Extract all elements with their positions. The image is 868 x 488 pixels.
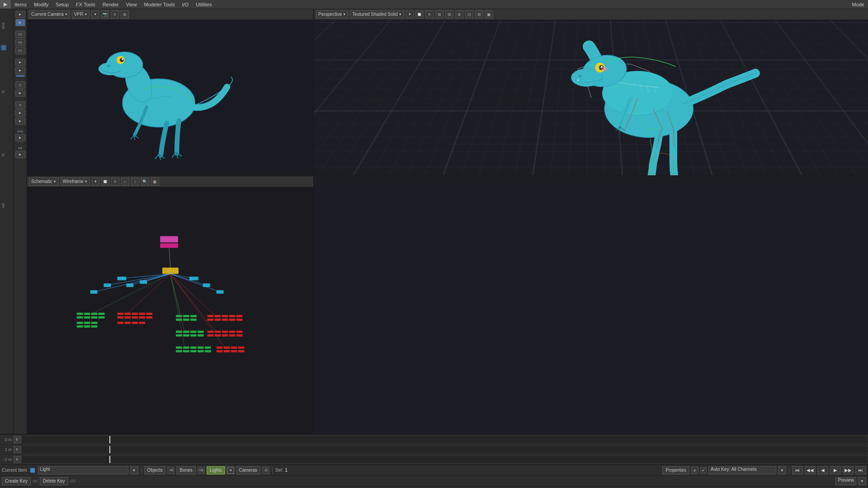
far-left-panel: ons ce N N ed	[0, 9, 14, 434]
menu-fx-tools[interactable]: FX Tools	[72, 0, 99, 9]
schematic-wireframe-dropdown[interactable]: Wireframe ▼	[61, 178, 90, 186]
sep-2	[272, 467, 273, 474]
schematic-content[interactable]	[27, 187, 313, 434]
menu-modeler-tools[interactable]: Modeler Tools	[140, 0, 178, 9]
preview-select[interactable]: Preview	[835, 477, 856, 485]
auto-key-arrow[interactable]: ▼	[778, 466, 786, 474]
objects-num-btn[interactable]: +0	[167, 467, 175, 474]
timeline-track-1[interactable]	[22, 436, 868, 444]
menu-items[interactable]: Items	[11, 0, 30, 9]
left-btn-8[interactable]: ▶	[15, 134, 25, 141]
auto-key-dropdown[interactable]: Auto Key: All Channels	[708, 466, 776, 474]
camera-icon-1[interactable]: 📷	[101, 10, 109, 19]
left-btn-7[interactable]: ▶	[15, 117, 25, 125]
schematic-icon-1[interactable]: 🔲	[101, 178, 109, 186]
left-btn-f6[interactable]: F6	[15, 39, 25, 46]
persp-icon-5[interactable]: ⊕	[455, 10, 463, 19]
camera-icon-2[interactable]: ≡	[111, 10, 119, 19]
left-btn-4[interactable]: ▶	[15, 67, 25, 74]
left-btn-n[interactable]: N	[15, 101, 25, 108]
left-btn-1[interactable]: ▶	[15, 11, 25, 18]
menu-render[interactable]: Render	[99, 0, 123, 9]
bones-btn[interactable]: Bones	[176, 466, 195, 474]
menu-setup[interactable]: Setup	[52, 0, 72, 9]
current-item-dropdown[interactable]: Light	[38, 466, 128, 474]
persp-icon-1[interactable]: 🔲	[415, 10, 424, 19]
schematic-dropdown[interactable]: Schematic ▼	[29, 178, 59, 186]
cameras-btn[interactable]: Cameras	[236, 466, 261, 474]
delete-key-btn[interactable]: Delete Key	[40, 477, 68, 485]
persp-icon-2[interactable]: ≡	[425, 10, 434, 19]
current-item-arrow[interactable]: ▼	[130, 466, 138, 474]
timeline-e-btn-2[interactable]: E	[14, 446, 21, 453]
perspective-content[interactable]	[314, 20, 868, 175]
svg-rect-52	[84, 316, 90, 319]
pb-skip-end[interactable]: ⏭	[855, 466, 866, 474]
left-btn-9[interactable]: ▶	[15, 151, 25, 158]
pb-prev-frame[interactable]: ◀	[817, 466, 828, 474]
persp-icon-6[interactable]: ⊡	[465, 10, 473, 19]
toolbar-row-2: Create Key ret Delete Key del Preview ▼	[0, 476, 868, 487]
timeline-e-btn-3[interactable]: E	[14, 456, 21, 463]
schematic-icon-6[interactable]: ▣	[151, 178, 159, 186]
menu-utilities[interactable]: Utilities	[192, 0, 215, 9]
shading-dropdown[interactable]: Textured Shaded Solid ▼	[350, 10, 404, 19]
timeline-track-3[interactable]	[22, 455, 868, 464]
left-btn-6[interactable]: ▶	[15, 109, 25, 117]
bones-num-btn[interactable]: +8	[198, 467, 205, 474]
objects-btn[interactable]: Objects	[144, 466, 166, 474]
pb-next-frame[interactable]: ▶	[830, 466, 841, 474]
lights-arrow-btn[interactable]: ◄	[227, 467, 234, 474]
camera-icon-3[interactable]: ⊞	[121, 10, 129, 19]
left-btn-f2[interactable]: F2	[15, 47, 25, 54]
svg-rect-127	[231, 350, 237, 352]
svg-rect-69	[139, 313, 145, 315]
camera-content[interactable]	[27, 20, 313, 175]
svg-rect-71	[146, 313, 152, 315]
left-btn-f5[interactable]: F5	[15, 31, 25, 38]
svg-rect-99	[198, 331, 204, 333]
menu-io[interactable]: I/O	[179, 0, 193, 9]
persp-icon-3[interactable]: ⊞	[435, 10, 443, 19]
svg-rect-109	[229, 334, 236, 337]
cameras-arrow-btn[interactable]: -C	[262, 467, 269, 474]
timeline-e-btn-1[interactable]: E	[14, 436, 21, 443]
timeline-track-2[interactable]	[22, 446, 868, 454]
left-btn-5[interactable]: ▶	[15, 89, 25, 97]
schematic-icon-2[interactable]: ≡	[111, 178, 119, 186]
schematic-icon-5[interactable]: 🔍	[141, 178, 149, 186]
far-left-active[interactable]: ce	[1, 45, 6, 51]
pb-prev-key[interactable]: ◀◀	[805, 466, 816, 474]
pb-skip-start[interactable]: ⏮	[792, 466, 803, 474]
camera-dropdown[interactable]: Current Camera ▼	[29, 10, 70, 19]
preview-arrow[interactable]: ▼	[858, 477, 866, 485]
camera-vpr-dropdown[interactable]: VPR ▼	[72, 10, 90, 19]
persp-icon-8[interactable]: ▣	[485, 10, 493, 19]
lights-btn[interactable]: Lights	[207, 466, 225, 474]
menu-toggle[interactable]: ▶	[0, 0, 11, 9]
perspective-dropdown[interactable]: Perspective ▼	[316, 10, 348, 19]
left-btn-2[interactable]: ▶	[15, 19, 25, 26]
properties-p-btn[interactable]: p	[691, 467, 698, 474]
menu-mode[interactable]: Mode	[848, 0, 868, 9]
menu-view[interactable]: View	[123, 0, 141, 9]
svg-rect-128	[238, 350, 245, 352]
schematic-icon-4[interactable]: ↕	[131, 178, 139, 186]
left-btn-o[interactable]: O	[15, 81, 25, 89]
svg-rect-116	[176, 350, 182, 352]
perspective-extra-arrow[interactable]: ▼	[406, 10, 414, 19]
svg-rect-111	[176, 347, 182, 349]
persp-icon-7[interactable]: ⊞	[475, 10, 483, 19]
left-btn-3[interactable]: ▶	[15, 59, 25, 66]
pb-next-key[interactable]: ▶▶	[843, 466, 854, 474]
timeline-row-2: 2 m E	[0, 445, 868, 455]
menu-modify[interactable]: Modify	[30, 0, 52, 9]
create-key-btn[interactable]: Create Key	[2, 477, 31, 485]
auto-key-checkbox[interactable]: ✓	[700, 467, 707, 474]
svg-rect-57	[77, 322, 83, 324]
schematic-icon-3[interactable]: ↔	[121, 178, 129, 186]
persp-icon-4[interactable]: ⊞	[445, 10, 453, 19]
schematic-extra-arrow[interactable]: ▼	[92, 178, 99, 186]
camera-vpr-arrow[interactable]: ▼	[91, 10, 99, 19]
properties-btn[interactable]: Properties	[662, 466, 689, 474]
